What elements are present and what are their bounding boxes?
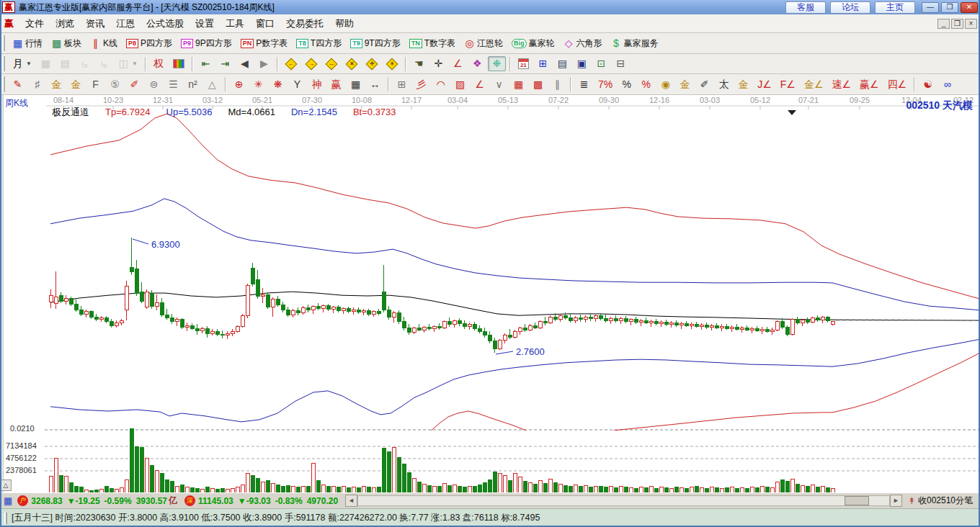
gann-square-spiral-button[interactable]: ❋ [269,77,287,92]
save-button[interactable]: ▣ [573,56,591,71]
shade-box-button[interactable]: ▨ [451,77,469,92]
brush-measure-button[interactable]: ✐ [695,77,713,92]
circle-grid-button[interactable]: ⊜ [145,77,163,92]
mdi-restore-button[interactable]: ❐ [951,19,963,29]
sectors-button[interactable]: ▩板块 [48,35,85,52]
gold-lines-button[interactable]: 金 [676,77,694,92]
fan-lines-button[interactable]: 彡 [412,77,430,92]
menu-item-news[interactable]: 资讯 [80,15,110,32]
menu-item-formula-stock-pick[interactable]: 公式选股 [141,15,190,32]
kline-button[interactable]: ∥K线 [86,35,121,52]
print-button[interactable]: ⊟ [612,56,630,71]
v-lines-button[interactable]: ∨ [490,77,508,92]
hexagon-button[interactable]: ◇六角形 [560,35,606,52]
first-page-button[interactable]: ⇤ [197,56,215,71]
mdi-minimize-button[interactable]: _ [937,19,950,29]
gold-grid-2-button[interactable]: 金 [67,77,85,92]
period-month-button[interactable]: 月▼ [9,56,35,71]
menu-item-trade-entrust[interactable]: 交易委托 [280,15,329,32]
gann-wheel-button[interactable]: ◎江恩轮 [460,35,507,52]
tai-tool-button[interactable]: 太 [715,77,733,92]
triangle-tool-button[interactable]: △ [203,77,221,92]
market-quotes-button[interactable]: ▦行情 [9,35,46,52]
export-button[interactable]: ⊡ [592,56,610,71]
diamond-star-button[interactable]: ✳ [383,56,401,72]
mdi-close-button[interactable]: × [965,19,977,29]
gold-grid-1-button[interactable]: 金 [48,77,66,92]
scroll-left-button[interactable]: ◄ [345,495,357,507]
flower-green-tool-button[interactable]: ❈ [488,56,506,71]
customer-service-button[interactable]: 客服 [785,1,826,14]
percent-tool-button[interactable]: % [618,77,636,92]
grid-red-1-button[interactable]: ▦ [509,77,527,92]
scrollbar-track[interactable] [357,495,890,506]
five-grid-button[interactable]: ⑤ [106,77,124,92]
four-angle-button[interactable]: 四∠ [884,77,911,92]
scroll-right-button[interactable]: ► [890,495,902,507]
expand-pane-button[interactable]: △ [0,479,12,491]
color-chart-button[interactable] [169,57,188,71]
gann-spiral-button[interactable]: ✳ [249,77,267,92]
t-number-table-button[interactable]: TNT数字表 [406,35,459,52]
ying-square-button[interactable]: 赢 [327,77,345,92]
ruler-grid-button[interactable]: ▦ [347,77,365,92]
parallel-lines-button[interactable]: ∥ [548,77,566,92]
menu-item-file[interactable]: 文件 [19,15,50,32]
p-number-table-button[interactable]: PNP数字表 [237,35,292,52]
seven-percent-button[interactable]: 7% [594,77,616,92]
diamond-cross-button[interactable]: ✕ [342,56,361,72]
diamond-horizontal-button[interactable]: ↔ [322,56,341,72]
restore-button[interactable]: ❐ [941,2,958,13]
line-group-button[interactable]: ☰ [164,77,182,92]
calendar-button[interactable]: 21 [514,56,533,71]
prev-page-button[interactable]: ◀ [236,56,254,71]
brush-tool-button[interactable]: ✐ [125,77,143,92]
forum-button[interactable]: 论坛 [830,1,870,14]
notebook-button[interactable]: ▤ [553,56,571,71]
arc-tool-button[interactable]: ◠ [432,77,450,92]
menu-item-settings[interactable]: 设置 [190,15,220,32]
measure-tool-button[interactable]: ∠ [449,56,467,71]
infinity-button[interactable]: ∞ [938,77,956,92]
diamond-plus-button[interactable]: ✛ [362,56,381,72]
diamond-left-button[interactable]: ← [282,56,300,72]
winner-service-button[interactable]: $赢家服务 [607,35,662,52]
ying-angle-button[interactable]: 赢∠ [856,77,883,92]
width-measure-button[interactable]: ↔ [366,77,384,92]
restore-rights-button[interactable]: 权 [150,56,168,71]
j-angle-button[interactable]: J∠ [754,77,775,92]
menu-item-tools[interactable]: 工具 [220,15,250,32]
menu-item-window[interactable]: 窗口 [250,15,280,32]
kline-chart-svg[interactable]: 08-1410-2312-3103-1205-2107-3010-0812-17… [0,95,980,492]
gold-angle-button[interactable]: 金 [734,77,752,92]
speed-angle-button[interactable]: 速∠ [828,77,855,92]
tick-data-link[interactable]: ↟ 收002510分笔 [908,495,973,507]
n2-tool-button[interactable]: n² [184,77,202,92]
compare-tool-button[interactable]: ≣ [575,77,593,92]
p-square-button[interactable]: P8P四方形 [122,35,176,52]
shen-square-button[interactable]: 神 [308,77,326,92]
menu-item-gann[interactable]: 江恩 [110,15,141,32]
crosshair-tool-button[interactable]: ✛ [429,56,447,71]
t-square-button[interactable]: T8T四方形 [293,35,345,52]
grid-red-2-button[interactable]: ▩ [529,77,547,92]
next-page-button[interactable]: ▶ [255,56,273,71]
gold-circle-button[interactable]: ◉ [656,77,674,92]
angle-tool-button[interactable]: ∠ [471,77,489,92]
homepage-button[interactable]: 主页 [875,1,915,14]
gold-angle-2-button[interactable]: 金∠ [801,77,827,92]
grid-tool-button[interactable]: ♯ [28,77,46,92]
f-angle-button[interactable]: F∠ [777,77,799,92]
pen-tool-button[interactable]: ✎ [9,77,27,92]
diamond-right-button[interactable]: → [302,56,321,72]
9t-square-button[interactable]: T99T四方形 [347,35,404,52]
calculator-button[interactable]: ⊞ [534,56,552,71]
menu-item-browse[interactable]: 浏览 [50,15,80,32]
f-grid-button[interactable]: F [86,77,104,92]
last-page-button[interactable]: ⇥ [216,56,234,71]
winner-wheel-button[interactable]: Big赢家轮 [508,35,558,52]
gamma-tool-button[interactable]: Υ [288,77,306,92]
9p-square-button[interactable]: P99P四方形 [177,35,236,52]
close-button[interactable]: ✕ [961,2,978,13]
market-grid-icon[interactable]: ▦ [4,495,12,506]
